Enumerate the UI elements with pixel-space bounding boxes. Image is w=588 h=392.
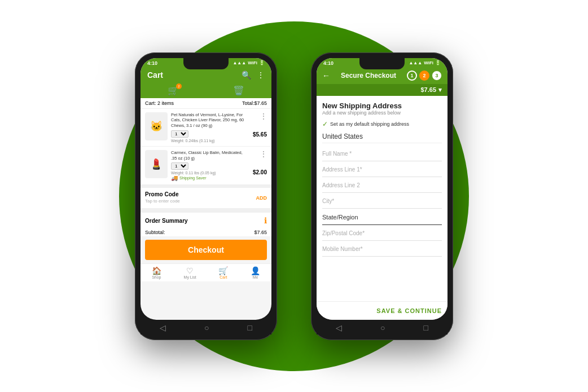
- checkout-phone: 4:10 ▲▲▲ WiFi 🔋 ← Secure Checkout 1 2 3: [311, 52, 453, 340]
- item-emoji-2: 💄: [150, 158, 163, 170]
- item-name-2: Carmex, Classic Lip Balm, Medicated, .35…: [171, 150, 249, 161]
- step-3: 3: [432, 71, 442, 81]
- mobile-field[interactable]: Mobile Number*: [322, 242, 442, 257]
- zip-placeholder: Zip/Postal Code*: [322, 230, 365, 236]
- home-btn-2[interactable]: ○: [380, 323, 385, 332]
- checkout-button[interactable]: Checkout: [145, 240, 267, 260]
- search-icon[interactable]: 🔍: [242, 71, 251, 80]
- nav-shop[interactable]: 🏠 Shop: [152, 266, 161, 279]
- cart-items: 🐱 Pet Naturals of Vermont, L-Lysine, For…: [141, 109, 271, 186]
- phone-notch-2: [359, 58, 405, 69]
- battery-icon: 🔋: [259, 60, 265, 65]
- full-name-placeholder: Full Name *: [322, 151, 352, 157]
- checkout-total-bar: $7.65 ▾: [317, 84, 447, 96]
- home-btn-1[interactable]: ○: [204, 323, 209, 332]
- zip-field[interactable]: Zip/Postal Code*: [322, 226, 442, 241]
- cart-badge: 2: [176, 83, 182, 89]
- cart-item-1: 🐱 Pet Naturals of Vermont, L-Lysine, For…: [141, 109, 271, 147]
- item-more-2[interactable]: ⋮: [260, 150, 267, 158]
- recents-btn-2[interactable]: □: [424, 323, 428, 332]
- cart-header: Cart 🔍 ⋮: [141, 67, 271, 83]
- cart-title: Cart: [147, 71, 163, 80]
- chevron-down-icon[interactable]: ▾: [438, 86, 442, 94]
- checkout-amount: $7.65: [420, 86, 436, 93]
- home-bar-2: ◁ ○ □: [317, 320, 447, 334]
- back-btn-2[interactable]: ◁: [336, 323, 342, 332]
- checkout-steps: 1 2 3: [407, 71, 442, 81]
- subtotal-value: $7.65: [254, 230, 267, 235]
- save-btn-section: SAVE & CONTINUE: [317, 301, 447, 320]
- phone-notch-1: [183, 58, 229, 69]
- city-field[interactable]: City*: [322, 194, 442, 209]
- back-btn-1[interactable]: ◁: [160, 323, 166, 332]
- shipping-address-subtitle: Add a new shipping address below: [322, 110, 442, 116]
- address-line2-field[interactable]: Address Line 2: [322, 178, 442, 193]
- shipping-saver-text: Shipping Saver: [179, 176, 206, 180]
- address-line1-placeholder: Address Line 1*: [322, 166, 362, 173]
- item-qty-select-1[interactable]: 12: [171, 130, 188, 138]
- recents-btn-1[interactable]: □: [248, 323, 252, 332]
- address-line1-field[interactable]: Address Line 1*: [322, 162, 442, 177]
- status-time-2: 4:10: [323, 60, 334, 66]
- status-icons-1: ▲▲▲ WiFi 🔋: [232, 60, 265, 65]
- nav-cart[interactable]: 🛒 Cart: [218, 266, 228, 279]
- item-right-1: ⋮ $5.65: [253, 112, 267, 138]
- nav-mylist[interactable]: ♡ My List: [184, 266, 196, 279]
- cart-item-2: 💄 Carmex, Classic Lip Balm, Medicated, .…: [141, 147, 271, 186]
- step-1: 1: [407, 71, 417, 81]
- shipping-address-title: New Shipping Address: [322, 102, 442, 110]
- item-more-1[interactable]: ⋮: [260, 112, 267, 120]
- item-details-1: Pet Naturals of Vermont, L-Lysine, For C…: [171, 112, 249, 143]
- wifi-icon: WiFi: [248, 60, 257, 65]
- checkout-screen: 4:10 ▲▲▲ WiFi 🔋 ← Secure Checkout 1 2 3: [317, 58, 447, 320]
- item-qty-select-2[interactable]: 12: [171, 162, 188, 170]
- state-region-field[interactable]: State/Region: [322, 210, 442, 225]
- info-icon[interactable]: ℹ: [264, 216, 267, 225]
- cart-tab-icon[interactable]: 🛒 2: [168, 85, 179, 98]
- promo-input[interactable]: Tap to enter code: [145, 197, 180, 205]
- nav-cart-icon: 🛒: [218, 266, 228, 275]
- checkmark-icon: ✓: [322, 120, 328, 128]
- promo-add-btn[interactable]: ADD: [256, 195, 267, 201]
- status-time-1: 4:10: [147, 60, 157, 66]
- state-region-placeholder: State/Region: [322, 214, 358, 221]
- item-image-1: 🐱: [145, 112, 168, 140]
- truck-icon: 🚚: [171, 175, 178, 181]
- city-placeholder: City*: [322, 198, 334, 204]
- item-image-2: 💄: [145, 150, 168, 178]
- default-check-label[interactable]: Set as my default shipping address: [330, 121, 409, 127]
- item-qty-2: 12: [171, 162, 249, 170]
- item-name-1: Pet Naturals of Vermont, L-Lysine, For C…: [171, 112, 249, 129]
- back-arrow-icon[interactable]: ←: [322, 71, 330, 80]
- nav-mylist-label: My List: [184, 275, 196, 279]
- nav-me[interactable]: 👤 Me: [251, 266, 260, 279]
- item-weight-2: Weight: 0.11 lbs (0.05 kg): [171, 171, 249, 175]
- shop-icon: 🏠: [152, 266, 161, 275]
- nav-cart-label: Cart: [220, 275, 227, 279]
- me-icon: 👤: [251, 266, 260, 275]
- subtotal-label: Subtotal:: [145, 230, 165, 235]
- item-price-1: $5.65: [253, 131, 267, 138]
- item-weight-1: Weight: 0.24lbs (0.11 kg): [171, 139, 249, 143]
- trash-icon: 🗑️: [233, 85, 244, 96]
- country-label: United States: [322, 133, 363, 140]
- checkout-title: Secure Checkout: [341, 72, 396, 80]
- item-right-2: ⋮ $2.00: [253, 150, 267, 175]
- order-summary-title: Order Summary: [145, 218, 188, 224]
- save-continue-button[interactable]: SAVE & CONTINUE: [376, 307, 442, 314]
- shipping-saver: 🚚 Shipping Saver: [171, 175, 249, 181]
- signal-icon-2: ▲▲▲: [409, 60, 422, 65]
- item-price-2: $2.00: [253, 169, 267, 175]
- promo-left: Promo Code Tap to enter code: [145, 191, 180, 205]
- more-icon[interactable]: ⋮: [257, 71, 265, 80]
- checkout-header: ← Secure Checkout 1 2 3: [317, 67, 447, 84]
- step-2: 2: [419, 71, 429, 81]
- home-bar-1: ◁ ○ □: [141, 320, 271, 334]
- cart-phone: 4:10 ▲▲▲ WiFi 🔋 Cart 🔍 ⋮ 🛒: [135, 52, 277, 340]
- country-row[interactable]: United States: [322, 133, 442, 143]
- mylist-icon: ♡: [186, 266, 194, 275]
- trash-tab[interactable]: 🗑️: [233, 85, 244, 98]
- item-details-2: Carmex, Classic Lip Balm, Medicated, .35…: [171, 150, 249, 182]
- full-name-field[interactable]: Full Name *: [322, 147, 442, 161]
- bottom-nav: 🏠 Shop ♡ My List 🛒 Cart 👤 Me: [141, 263, 271, 281]
